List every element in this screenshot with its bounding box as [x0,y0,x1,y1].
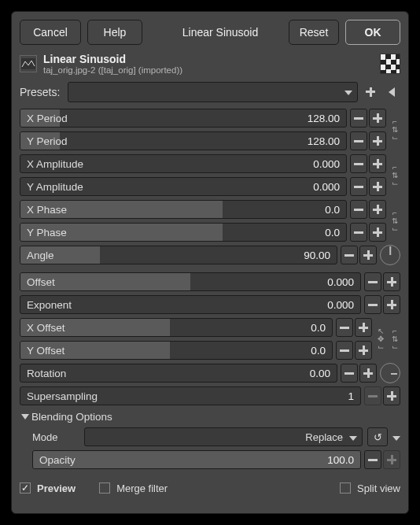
filter-icon [20,55,37,72]
chevron-down-icon [349,431,357,443]
x-period-incr[interactable] [369,109,386,128]
offset-field[interactable]: Offset0.000 [20,272,361,291]
offset-incr[interactable] [383,272,400,291]
x-amplitude-field[interactable]: X Amplitude0.000 [20,154,347,173]
y-amplitude-decr[interactable] [350,177,367,196]
preview-swatch [380,54,400,74]
link-phase-icon[interactable]: ⌐⇅⌙ [389,209,400,232]
mode-dropdown[interactable]: Replace [84,427,363,446]
y-amplitude-field[interactable]: Y Amplitude0.000 [20,177,347,196]
x-offset-incr[interactable] [355,318,372,337]
mode-label: Mode [32,431,79,443]
mode-reset-button[interactable]: ↺ [367,427,388,446]
rotation-dial[interactable] [380,363,400,383]
x-phase-field[interactable]: X Phase0.0 [20,200,347,219]
blending-options-header[interactable]: Blending Options [20,408,400,425]
manage-presets-button[interactable] [383,83,400,101]
y-phase-decr[interactable] [350,223,367,242]
supersampling-incr[interactable] [383,386,400,405]
help-button[interactable]: Help [87,20,142,45]
ok-button[interactable]: OK [345,20,400,45]
link-offset-icon[interactable]: ⌐⇅⌙ [389,327,400,350]
supersampling-field[interactable]: Supersampling1 [20,386,361,405]
angle-decr[interactable] [341,246,358,264]
x-amplitude-incr[interactable] [369,154,386,173]
x-period-field[interactable]: X Period128.00 [20,109,347,128]
opacity-decr[interactable] [364,450,381,469]
merge-filter-checkbox[interactable] [99,482,110,494]
y-period-decr[interactable] [350,131,367,150]
preview-checkbox[interactable] [20,482,31,494]
angle-dial[interactable] [380,245,400,265]
exponent-decr[interactable] [364,295,381,314]
merge-filter-label: Merge filter [116,482,168,494]
chevron-down-icon [344,86,352,98]
y-amplitude-incr[interactable] [369,177,386,196]
y-period-field[interactable]: Y Period128.00 [20,131,347,150]
rotation-incr[interactable] [359,364,377,383]
rotation-decr[interactable] [341,364,358,383]
filter-name: Linear Sinusoid [43,53,374,65]
x-phase-incr[interactable] [369,200,386,219]
x-offset-decr[interactable] [336,318,353,337]
split-view-label: Split view [357,482,400,494]
presets-dropdown[interactable] [68,82,358,102]
rotation-field[interactable]: Rotation0.00 [20,364,337,383]
y-phase-field[interactable]: Y Phase0.0 [20,223,347,242]
split-view-checkbox[interactable] [340,482,351,494]
exponent-incr[interactable] [383,295,400,314]
reset-button[interactable]: Reset [289,20,339,45]
opacity-incr[interactable] [383,450,400,469]
supersampling-decr[interactable] [364,386,381,405]
exponent-field[interactable]: Exponent0.000 [20,295,361,314]
chevron-down-icon[interactable] [392,431,400,443]
image-subtitle: taj_orig.jpg-2 ([taj_orig] (imported)) [43,65,374,75]
y-offset-decr[interactable] [336,341,353,360]
y-period-incr[interactable] [369,131,386,150]
x-phase-decr[interactable] [350,200,367,219]
y-offset-field[interactable]: Y Offset0.0 [20,341,333,360]
x-offset-field[interactable]: X Offset0.0 [20,318,333,337]
dialog-title: Linear Sinusoid [152,20,289,45]
x-period-decr[interactable] [350,109,367,128]
cancel-button[interactable]: Cancel [20,20,81,45]
x-amplitude-decr[interactable] [350,154,367,173]
opacity-field[interactable]: Opacity100.0 [32,450,361,469]
offset-picker-icon[interactable]: ↖✥⌙ [375,327,386,350]
link-period-icon[interactable]: ⌐⇅⌙ [389,118,400,141]
link-amplitude-icon[interactable]: ⌐⇅⌙ [389,164,400,187]
y-phase-incr[interactable] [369,223,386,242]
presets-label: Presets: [20,86,64,98]
offset-decr[interactable] [364,272,381,291]
angle-field[interactable]: Angle90.00 [20,246,337,264]
y-offset-incr[interactable] [355,341,372,360]
angle-incr[interactable] [359,246,377,264]
add-preset-button[interactable] [362,83,379,101]
preview-label: Preview [37,482,76,494]
